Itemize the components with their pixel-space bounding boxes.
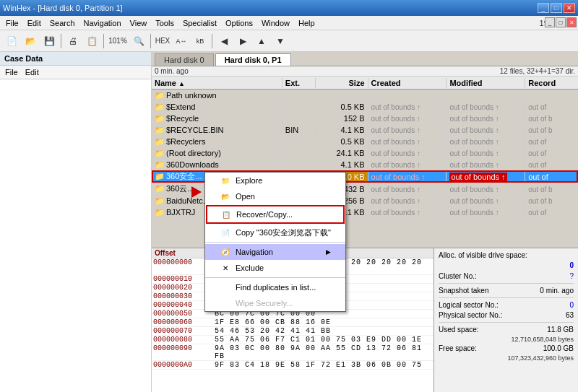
tb-down[interactable]: ▼ — [272, 33, 289, 49]
col-modified-header[interactable]: Modified — [447, 78, 525, 88]
folder-icon-360dl: 📁 — [155, 160, 165, 170]
logical-row: Logical sector No.: 0 — [439, 301, 574, 309]
copy-icon: 📄 — [220, 227, 231, 238]
ctx-open[interactable]: 📂 Open — [205, 188, 345, 204]
menu-file[interactable]: File — [1, 17, 23, 29]
menu-tools[interactable]: Tools — [151, 17, 178, 29]
col-record-header[interactable]: Record — [525, 78, 578, 88]
ctx-wipe-label: Wipe Securely... — [236, 299, 293, 308]
menu-window[interactable]: Window — [257, 17, 294, 29]
file-row-recycle-bin[interactable]: 📁$RECYCLE.BIN BIN 4.1 KB out of bounds ↑… — [152, 124, 578, 136]
case-data-content — [0, 79, 151, 392]
ctx-explore[interactable]: 📁 Explore — [205, 173, 345, 188]
case-edit-menu[interactable]: Edit — [23, 67, 41, 77]
ctx-separator-1 — [205, 242, 345, 243]
tb-print[interactable]: 🖨 — [64, 33, 82, 49]
exclude-icon: ✕ — [220, 262, 231, 274]
wipe-icon — [220, 297, 231, 309]
menu-navigation[interactable]: Navigation — [79, 17, 126, 29]
title-text: WinHex - [Hard disk 0, Partition 1] — [3, 4, 123, 12]
menu-edit[interactable]: Edit — [23, 17, 46, 29]
menu-help[interactable]: Help — [294, 17, 319, 29]
col-created-header[interactable]: Created — [368, 78, 447, 88]
ctx-exclude[interactable]: ✕ Exclude — [205, 260, 345, 276]
cluster-row: Cluster No.: ? — [439, 272, 574, 280]
ctx-dup-label: Find duplicates in list... — [236, 283, 316, 292]
info-time: 0 min. ago — [155, 67, 189, 75]
col-name-header[interactable]: Name ▲ — [152, 78, 282, 88]
file-row-360downloads[interactable]: 📁360Downloads 4.1 KB out of bounds ↑ out… — [152, 159, 578, 170]
physical-row: Physical sector No.: 63 — [439, 311, 574, 319]
ctx-wipe[interactable]: Wipe Securely... — [205, 295, 345, 311]
file-row-root[interactable]: 📁(Root directory) 24.1 KB out of bounds … — [152, 147, 578, 159]
close-button[interactable]: ✕ — [564, 3, 575, 13]
physical-label: Physical sector No.: — [439, 311, 502, 319]
free-row: Free space: 100.0 GB — [439, 344, 574, 352]
title-bar: WinHex - [Hard disk 0, Partition 1] _ □ … — [0, 0, 578, 16]
tb-2[interactable]: kB — [191, 33, 209, 49]
ctx-copy-name[interactable]: 📄 Copy "360安全浏览器下载" — [205, 225, 345, 240]
tb-1[interactable]: A↔ — [173, 33, 190, 49]
ctx-navigation[interactable]: 🧭 Navigation ▶ — [205, 244, 345, 260]
window-controls: _ □ ✕ — [538, 3, 575, 13]
dup-icon — [220, 282, 231, 293]
tab-disk0[interactable]: Hard disk 0 — [155, 53, 214, 66]
arrow-decorator — [191, 186, 202, 198]
col-size-header[interactable]: Size — [316, 78, 368, 88]
snapshot-row: Snapshot taken 0 min. ago — [439, 287, 574, 295]
tb-new[interactable]: 📄 — [3, 33, 20, 49]
case-data-menu: File Edit — [0, 66, 151, 79]
tab-partition1[interactable]: Hard disk 0, P1 — [215, 53, 291, 66]
nav-icon: 🧭 — [220, 246, 231, 258]
file-list-header: Name ▲ Ext. Size Created Modified Record — [152, 77, 578, 90]
free-label: Free space: — [439, 344, 477, 352]
free-bytes: 107,323,432,960 bytes — [439, 354, 574, 362]
toolbar: 📄 📂 💾 🖨 📋 101% 🔍 HEX A↔ kB ◀ ▶ ▲ ▼ — [0, 30, 578, 52]
ctx-recover[interactable]: 📋 Recover/Copy... — [206, 205, 345, 224]
maximize-button[interactable]: □ — [551, 3, 562, 13]
info-files: 12 files, 32+4+1=37 dir. — [500, 67, 575, 75]
panel-minimize[interactable]: _ — [545, 17, 555, 27]
logical-value: 0 — [569, 301, 574, 309]
hex-row: 0000000909A 03 0C 00 80 9A 00 AA 55 CD 1… — [152, 344, 434, 361]
tb-open[interactable]: 📂 — [22, 33, 39, 49]
hex-row: 0000000A09F 83 C4 18 9E 58 1F 72 E1 3B 0… — [152, 361, 434, 370]
tb-forward[interactable]: ▶ — [234, 33, 251, 49]
ctx-open-label: Open — [236, 192, 255, 201]
tb-find[interactable]: 101% — [107, 33, 129, 49]
case-file-menu[interactable]: File — [3, 67, 20, 77]
tb-save[interactable]: 💾 — [40, 33, 58, 49]
panel-restore[interactable]: □ — [556, 17, 566, 27]
free-value: 100.0 GB — [543, 344, 574, 352]
context-menu: 📁 Explore 📂 Open 📋 Recover/Copy... 📄 Cop… — [204, 172, 346, 312]
used-value: 11.8 GB — [547, 326, 574, 334]
hex-row: 0000000601F E8 66 00 CB 88 16 0E — [152, 318, 434, 327]
used-bytes: 12,710,658,048 bytes — [439, 336, 574, 343]
cluster-value: ? — [569, 272, 574, 280]
file-row-recyclers[interactable]: 📁$Recyclers 0.5 KB out of bounds ↑ out o… — [152, 136, 578, 147]
snapshot-label: Snapshot taken — [439, 287, 489, 295]
col-ext-header[interactable]: Ext. — [282, 78, 316, 88]
logical-label: Logical sector No.: — [439, 301, 499, 309]
tb-up[interactable]: ▲ — [253, 33, 270, 49]
file-row-path-unknown[interactable]: 📁Path unknown — [152, 90, 578, 101]
minimize-button[interactable]: _ — [538, 3, 549, 13]
menu-specialist[interactable]: Specialist — [178, 17, 221, 29]
file-row-recycle[interactable]: 📁$Recycle 152 B out of bounds ↑ out of b… — [152, 113, 578, 124]
open-icon: 📂 — [220, 191, 231, 202]
hex-row: 00000007054 46 53 20 42 41 41 BB — [152, 327, 434, 336]
menu-options[interactable]: Options — [221, 17, 257, 29]
menu-view[interactable]: View — [126, 17, 152, 29]
file-name: 📁Path unknown — [152, 90, 282, 101]
ctx-find-duplicates[interactable]: Find duplicates in list... — [205, 279, 345, 295]
alloc-label: Alloc. of visible drive space: — [439, 251, 574, 259]
used-row: Used space: 11.8 GB — [439, 326, 574, 334]
tb-hex[interactable]: HEX — [154, 33, 171, 49]
file-row-extend[interactable]: 📁$Extend 0.5 KB out of bounds ↑ out of b… — [152, 101, 578, 113]
panel-close[interactable]: ✕ — [566, 17, 577, 27]
tb-back[interactable]: ◀ — [215, 33, 233, 49]
menu-search[interactable]: Search — [46, 17, 79, 29]
tb-copy[interactable]: 📋 — [83, 33, 100, 49]
folder-icon-recyclebin: 📁 — [155, 126, 165, 135]
tb-search[interactable]: 🔍 — [130, 33, 147, 49]
